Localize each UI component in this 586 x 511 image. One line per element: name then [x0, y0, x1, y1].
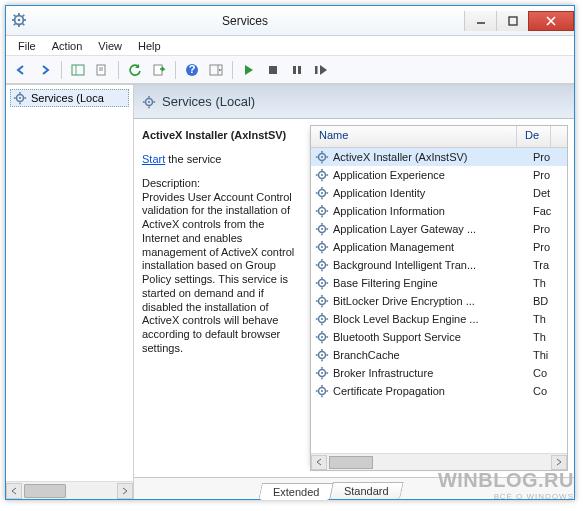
detail-pane: ActiveX Installer (AxInstSV) Start the s…	[140, 125, 310, 471]
svg-point-83	[321, 282, 323, 284]
gear-icon	[315, 204, 329, 218]
maximize-button[interactable]	[496, 11, 528, 31]
service-row[interactable]: Bluetooth Support ServiceTh	[311, 328, 567, 346]
start-line: Start the service	[142, 153, 304, 167]
service-name: Background Intelligent Tran...	[333, 259, 529, 271]
service-row[interactable]: Application ExperiencePro	[311, 166, 567, 184]
gear-icon	[142, 95, 156, 109]
toolbar-separator	[118, 61, 119, 79]
svg-rect-24	[269, 66, 277, 74]
scroll-right-icon[interactable]	[551, 455, 567, 470]
show-hide-tree-button[interactable]	[67, 59, 89, 81]
menu-view[interactable]: View	[90, 38, 130, 54]
gear-icon	[13, 91, 27, 105]
svg-point-71	[321, 246, 323, 248]
service-row[interactable]: BitLocker Drive Encryption ...BD	[311, 292, 567, 310]
tree-root-services[interactable]: Services (Loca	[10, 89, 129, 107]
service-name: Application Information	[333, 205, 529, 217]
stop-service-button[interactable]	[262, 59, 284, 81]
start-link[interactable]: Start	[142, 153, 165, 165]
service-desc: Th	[533, 313, 567, 325]
scroll-right-icon[interactable]	[117, 483, 133, 499]
service-row[interactable]: Background Intelligent Tran...Tra	[311, 256, 567, 274]
svg-point-89	[321, 300, 323, 302]
pause-service-button[interactable]	[286, 59, 308, 81]
service-name: Bluetooth Support Service	[333, 331, 529, 343]
service-row[interactable]: Application ManagementPro	[311, 238, 567, 256]
svg-line-7	[23, 23, 25, 25]
tree-hscroll[interactable]	[6, 481, 133, 499]
column-name[interactable]: Name	[311, 126, 517, 147]
selected-service-name: ActiveX Installer (AxInstSV)	[142, 129, 304, 141]
services-window: Services File Action View Help ?	[5, 5, 575, 500]
service-name: BitLocker Drive Encryption ...	[333, 295, 529, 307]
forward-button[interactable]	[34, 59, 56, 81]
column-scroll-corner	[551, 126, 567, 147]
svg-point-59	[321, 210, 323, 212]
tab-standard[interactable]: Standard	[330, 482, 404, 499]
start-service-button[interactable]	[238, 59, 260, 81]
menu-action[interactable]: Action	[44, 38, 91, 54]
list-header: Services (Local)	[134, 85, 574, 119]
list-rows: ActiveX Installer (AxInstSV)ProApplicati…	[311, 148, 567, 453]
service-row[interactable]: BranchCacheThi	[311, 346, 567, 364]
gear-icon	[315, 168, 329, 182]
service-row[interactable]: Application Layer Gateway ...Pro	[311, 220, 567, 238]
scroll-thumb[interactable]	[24, 484, 66, 498]
help-button[interactable]: ?	[181, 59, 203, 81]
service-desc: Pro	[533, 223, 567, 235]
action-pane-button[interactable]	[205, 59, 227, 81]
export-button[interactable]	[148, 59, 170, 81]
service-name: Certificate Propagation	[333, 385, 529, 397]
tab-extended[interactable]: Extended	[258, 483, 334, 500]
service-name: Base Filtering Engine	[333, 277, 529, 289]
svg-rect-25	[293, 66, 296, 74]
svg-rect-19	[154, 65, 162, 75]
service-desc: Co	[533, 385, 567, 397]
service-desc: BD	[533, 295, 567, 307]
tree: Services (Loca	[6, 85, 133, 481]
svg-point-107	[321, 354, 323, 356]
service-name: Block Level Backup Engine ...	[333, 313, 529, 325]
svg-line-9	[14, 23, 16, 25]
svg-rect-14	[72, 65, 84, 75]
list-hscroll[interactable]	[311, 453, 567, 470]
toolbar-separator	[175, 61, 176, 79]
scroll-thumb[interactable]	[329, 456, 373, 469]
service-row[interactable]: Broker InfrastructureCo	[311, 364, 567, 382]
service-row[interactable]: Certificate PropagationCo	[311, 382, 567, 400]
refresh-button[interactable]	[124, 59, 146, 81]
service-desc: Thi	[533, 349, 567, 361]
service-row[interactable]: Application InformationFac	[311, 202, 567, 220]
menu-file[interactable]: File	[10, 38, 44, 54]
svg-rect-11	[509, 17, 517, 25]
svg-point-119	[321, 390, 323, 392]
close-button[interactable]	[528, 11, 574, 31]
right-pane: Services (Local) ActiveX Installer (AxIn…	[134, 85, 574, 499]
scroll-left-icon[interactable]	[6, 483, 22, 499]
restart-service-button[interactable]	[310, 59, 332, 81]
description-text: Provides User Account Control validation…	[142, 191, 304, 356]
service-name: ActiveX Installer (AxInstSV)	[333, 151, 529, 163]
column-description[interactable]: De	[517, 126, 551, 147]
gear-icon	[315, 222, 329, 236]
gear-icon	[315, 186, 329, 200]
tree-pane: Services (Loca	[6, 85, 134, 499]
menu-help[interactable]: Help	[130, 38, 169, 54]
toolbar: ?	[6, 56, 574, 84]
back-button[interactable]	[10, 59, 32, 81]
scroll-left-icon[interactable]	[311, 455, 327, 470]
column-headers: Name De	[311, 126, 567, 148]
properties-button[interactable]	[91, 59, 113, 81]
service-row[interactable]: Base Filtering EngineTh	[311, 274, 567, 292]
service-row[interactable]: Block Level Backup Engine ...Th	[311, 310, 567, 328]
service-row[interactable]: ActiveX Installer (AxInstSV)Pro	[311, 148, 567, 166]
start-suffix: the service	[165, 153, 221, 165]
svg-point-35	[148, 100, 150, 102]
service-name: Application Experience	[333, 169, 529, 181]
service-name: Application Identity	[333, 187, 529, 199]
gear-icon	[315, 384, 329, 398]
service-row[interactable]: Application IdentityDet	[311, 184, 567, 202]
minimize-button[interactable]	[464, 11, 496, 31]
view-tabs: Extended Standard	[134, 477, 574, 499]
